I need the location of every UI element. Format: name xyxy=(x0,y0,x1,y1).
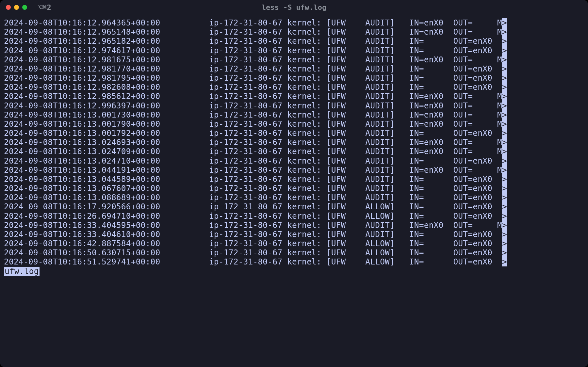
truncation-indicator: > xyxy=(502,220,507,230)
log-text: 2024-09-08T10:16:12.965182+00:00 ip-172-… xyxy=(4,36,502,46)
log-text: 2024-09-08T10:16:12.965148+00:00 ip-172-… xyxy=(4,27,502,37)
log-line: 2024-09-08T10:16:13.001730+00:00 ip-172-… xyxy=(4,110,585,120)
terminal-output[interactable]: 2024-09-08T10:16:12.964365+00:00 ip-172-… xyxy=(0,14,588,276)
truncation-indicator: > xyxy=(502,91,507,101)
close-icon[interactable] xyxy=(6,5,11,10)
log-line: 2024-09-08T10:16:51.529741+00:00 ip-172-… xyxy=(4,257,585,266)
titlebar: ⌥⌘2 less -S ufw.log xyxy=(0,0,588,14)
terminal-window: ⌥⌘2 less -S ufw.log 2024-09-08T10:16:12.… xyxy=(0,0,588,367)
truncation-indicator: > xyxy=(502,46,507,55)
log-line: 2024-09-08T10:16:13.024693+00:00 ip-172-… xyxy=(4,138,585,147)
log-line: 2024-09-08T10:16:12.974617+00:00 ip-172-… xyxy=(4,46,585,55)
log-line: 2024-09-08T10:16:12.985612+00:00 ip-172-… xyxy=(4,92,585,101)
truncation-indicator: > xyxy=(502,110,507,120)
log-text: 2024-09-08T10:16:12.996397+00:00 ip-172-… xyxy=(4,101,502,110)
log-text: 2024-09-08T10:16:13.024693+00:00 ip-172-… xyxy=(4,137,502,147)
truncation-indicator: > xyxy=(502,55,507,64)
log-text: 2024-09-08T10:16:33.404610+00:00 ip-172-… xyxy=(4,230,502,239)
truncation-indicator: > xyxy=(502,128,507,138)
truncation-indicator: > xyxy=(502,82,507,92)
log-line: 2024-09-08T10:16:33.404595+00:00 ip-172-… xyxy=(4,221,585,230)
log-text: 2024-09-08T10:16:26.694710+00:00 ip-172-… xyxy=(4,211,502,221)
truncation-indicator: > xyxy=(502,64,507,73)
log-text: 2024-09-08T10:16:13.088689+00:00 ip-172-… xyxy=(4,193,502,202)
truncation-indicator: > xyxy=(502,193,507,202)
log-line: 2024-09-08T10:16:13.001792+00:00 ip-172-… xyxy=(4,129,585,138)
log-text: 2024-09-08T10:16:13.044589+00:00 ip-172-… xyxy=(4,174,502,184)
log-text: 2024-09-08T10:16:50.630715+00:00 ip-172-… xyxy=(4,248,502,257)
truncation-indicator: > xyxy=(502,174,507,184)
zoom-icon[interactable] xyxy=(22,5,27,10)
log-text: 2024-09-08T10:16:13.024709+00:00 ip-172-… xyxy=(4,147,502,156)
log-line: 2024-09-08T10:16:13.044191+00:00 ip-172-… xyxy=(4,166,585,175)
log-text: 2024-09-08T10:16:12.985612+00:00 ip-172-… xyxy=(4,91,502,101)
truncation-indicator: > xyxy=(502,147,507,156)
truncation-indicator: > xyxy=(502,27,507,37)
truncation-indicator: > xyxy=(502,202,507,211)
truncation-indicator: > xyxy=(502,239,507,248)
log-line: 2024-09-08T10:16:12.996397+00:00 ip-172-… xyxy=(4,101,585,110)
log-line: 2024-09-08T10:16:13.024709+00:00 ip-172-… xyxy=(4,147,585,156)
tab-keyhint: ⌥⌘2 xyxy=(38,3,52,11)
truncation-indicator: > xyxy=(502,230,507,239)
truncation-indicator: > xyxy=(502,137,507,147)
log-text: 2024-09-08T10:16:12.964365+00:00 ip-172-… xyxy=(4,18,502,27)
truncation-indicator: > xyxy=(502,156,507,166)
log-line: 2024-09-08T10:16:13.044589+00:00 ip-172-… xyxy=(4,175,585,184)
log-line: 2024-09-08T10:16:12.982608+00:00 ip-172-… xyxy=(4,83,585,92)
truncation-indicator: > xyxy=(502,211,507,221)
log-text: 2024-09-08T10:16:12.982608+00:00 ip-172-… xyxy=(4,82,502,92)
log-line: 2024-09-08T10:16:50.630715+00:00 ip-172-… xyxy=(4,248,585,257)
truncation-indicator: > xyxy=(502,119,507,129)
log-line: 2024-09-08T10:16:13.088689+00:00 ip-172-… xyxy=(4,193,585,202)
log-text: 2024-09-08T10:16:51.529741+00:00 ip-172-… xyxy=(4,257,502,266)
log-text: 2024-09-08T10:16:13.024710+00:00 ip-172-… xyxy=(4,156,502,166)
log-text: 2024-09-08T10:16:12.974617+00:00 ip-172-… xyxy=(4,46,502,55)
traffic-lights xyxy=(6,5,27,10)
log-line: 2024-09-08T10:16:12.965182+00:00 ip-172-… xyxy=(4,37,585,46)
less-status-line: ufw.log xyxy=(4,267,40,276)
truncation-indicator: > xyxy=(502,101,507,110)
log-line: 2024-09-08T10:16:13.024710+00:00 ip-172-… xyxy=(4,156,585,166)
log-text: 2024-09-08T10:16:12.981675+00:00 ip-172-… xyxy=(4,55,502,64)
log-line: 2024-09-08T10:16:12.981770+00:00 ip-172-… xyxy=(4,64,585,73)
log-line: 2024-09-08T10:16:17.920566+00:00 ip-172-… xyxy=(4,202,585,211)
minimize-icon[interactable] xyxy=(14,5,19,10)
log-line: 2024-09-08T10:16:13.067607+00:00 ip-172-… xyxy=(4,184,585,193)
log-line: 2024-09-08T10:16:12.965148+00:00 ip-172-… xyxy=(4,27,585,37)
truncation-indicator: > xyxy=(502,184,507,193)
log-text: 2024-09-08T10:16:17.920566+00:00 ip-172-… xyxy=(4,202,502,211)
log-text: 2024-09-08T10:16:12.981770+00:00 ip-172-… xyxy=(4,64,502,73)
log-line: 2024-09-08T10:16:12.981795+00:00 ip-172-… xyxy=(4,73,585,83)
truncation-indicator: > xyxy=(502,36,507,46)
log-text: 2024-09-08T10:16:13.067607+00:00 ip-172-… xyxy=(4,184,502,193)
truncation-indicator: > xyxy=(502,73,507,83)
log-line: 2024-09-08T10:16:12.964365+00:00 ip-172-… xyxy=(4,18,585,27)
log-text: 2024-09-08T10:16:13.001790+00:00 ip-172-… xyxy=(4,119,502,129)
truncation-indicator: > xyxy=(502,257,507,266)
log-text: 2024-09-08T10:16:42.887584+00:00 ip-172-… xyxy=(4,239,502,248)
truncation-indicator: > xyxy=(502,248,507,257)
log-line: 2024-09-08T10:16:12.981675+00:00 ip-172-… xyxy=(4,55,585,64)
log-line: 2024-09-08T10:16:42.887584+00:00 ip-172-… xyxy=(4,239,585,248)
truncation-indicator: > xyxy=(502,165,507,175)
log-line: 2024-09-08T10:16:33.404610+00:00 ip-172-… xyxy=(4,230,585,239)
log-text: 2024-09-08T10:16:13.001792+00:00 ip-172-… xyxy=(4,128,502,138)
log-text: 2024-09-08T10:16:33.404595+00:00 ip-172-… xyxy=(4,220,502,230)
log-line: 2024-09-08T10:16:13.001790+00:00 ip-172-… xyxy=(4,120,585,129)
truncation-indicator: > xyxy=(502,18,507,27)
window-title: less -S ufw.log xyxy=(0,3,588,11)
log-text: 2024-09-08T10:16:13.001730+00:00 ip-172-… xyxy=(4,110,502,120)
log-line: 2024-09-08T10:16:26.694710+00:00 ip-172-… xyxy=(4,212,585,221)
log-text: 2024-09-08T10:16:12.981795+00:00 ip-172-… xyxy=(4,73,502,83)
log-text: 2024-09-08T10:16:13.044191+00:00 ip-172-… xyxy=(4,165,502,175)
